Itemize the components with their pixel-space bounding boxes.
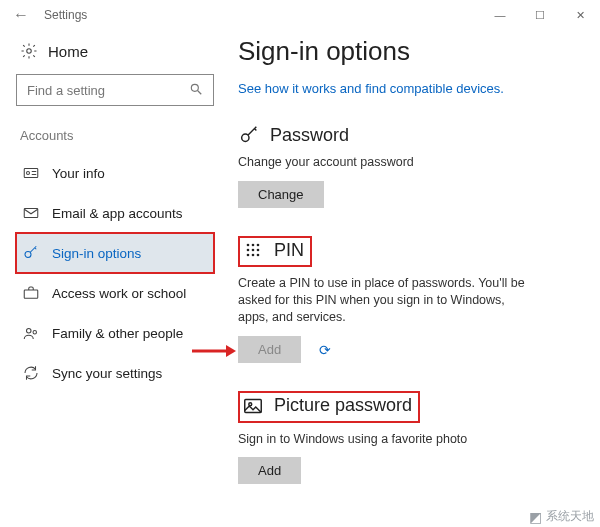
sidebar-item-label: Your info (52, 166, 105, 181)
sidebar-item-label: Email & app accounts (52, 206, 183, 221)
back-button[interactable]: ← (6, 6, 36, 24)
annotation-highlight-picture: Picture password (238, 391, 420, 423)
mail-icon (22, 204, 40, 222)
password-heading-text: Password (270, 125, 349, 146)
watermark-text: 系统天地 (546, 508, 594, 525)
search-placeholder: Find a setting (27, 83, 105, 98)
section-picture-password: Picture password Sign in to Windows usin… (238, 391, 580, 485)
picture-desc: Sign in to Windows using a favorite phot… (238, 431, 528, 448)
svg-point-18 (257, 249, 260, 252)
svg-point-15 (257, 244, 260, 247)
sidebar: Home Find a setting Accounts Your info E… (0, 30, 230, 527)
sidebar-home[interactable]: Home (20, 42, 214, 60)
watermark-logo-icon: ◩ (529, 509, 542, 525)
card-icon (22, 164, 40, 182)
sidebar-item-access-work-school[interactable]: Access work or school (16, 273, 214, 313)
loading-spinner-icon: ⟳ (319, 342, 331, 358)
picture-icon (242, 395, 264, 417)
minimize-button[interactable]: — (480, 0, 520, 30)
briefcase-icon (22, 284, 40, 302)
sidebar-item-your-info[interactable]: Your info (16, 153, 214, 193)
svg-point-21 (257, 254, 260, 257)
sync-icon (22, 364, 40, 382)
section-pin: PIN Create a PIN to use in place of pass… (238, 236, 580, 363)
svg-point-10 (27, 329, 32, 334)
page-title: Sign-in options (238, 36, 580, 67)
svg-point-17 (252, 249, 255, 252)
change-password-button[interactable]: Change (238, 181, 324, 208)
sidebar-item-label: Family & other people (52, 326, 183, 341)
title-bar: ← Settings — ☐ ✕ (0, 0, 600, 30)
sidebar-item-label: Sign-in options (52, 246, 141, 261)
svg-point-11 (33, 331, 36, 334)
svg-point-13 (247, 244, 250, 247)
sidebar-item-label: Sync your settings (52, 366, 162, 381)
sidebar-item-family-people[interactable]: Family & other people (16, 313, 214, 353)
svg-rect-9 (24, 290, 38, 298)
key-icon (238, 124, 260, 146)
sidebar-item-email-accounts[interactable]: Email & app accounts (16, 193, 214, 233)
section-password: Password Change your account password Ch… (238, 124, 580, 208)
password-heading: Password (238, 124, 580, 146)
sidebar-item-sync-settings[interactable]: Sync your settings (16, 353, 214, 393)
window-controls: — ☐ ✕ (480, 0, 600, 30)
sidebar-item-signin-options[interactable]: Sign-in options (16, 233, 214, 273)
pin-heading: PIN (242, 240, 304, 261)
search-icon (189, 82, 203, 99)
sidebar-nav: Your info Email & app accounts Sign-in o… (16, 153, 214, 393)
svg-point-19 (247, 254, 250, 257)
password-desc: Change your account password (238, 154, 528, 171)
main-content: Sign-in options See how it works and fin… (230, 30, 600, 527)
search-input[interactable]: Find a setting (16, 74, 214, 106)
close-button[interactable]: ✕ (560, 0, 600, 30)
svg-point-16 (247, 249, 250, 252)
svg-point-14 (252, 244, 255, 247)
pin-heading-text: PIN (274, 240, 304, 261)
key-icon (22, 244, 40, 262)
sidebar-home-label: Home (48, 43, 88, 60)
keypad-icon (242, 240, 264, 260)
compat-devices-link[interactable]: See how it works and find compatible dev… (238, 81, 580, 96)
svg-line-2 (198, 90, 202, 94)
maximize-button[interactable]: ☐ (520, 0, 560, 30)
add-picture-password-button[interactable]: Add (238, 457, 301, 484)
svg-point-20 (252, 254, 255, 257)
add-pin-button[interactable]: Add (238, 336, 301, 363)
annotation-highlight-pin: PIN (238, 236, 312, 267)
picture-heading-text: Picture password (274, 395, 412, 416)
picture-heading: Picture password (242, 395, 412, 417)
sidebar-section-label: Accounts (20, 128, 214, 143)
sidebar-item-label: Access work or school (52, 286, 186, 301)
svg-rect-7 (24, 209, 38, 218)
pin-desc: Create a PIN to use in place of password… (238, 275, 528, 326)
svg-point-1 (191, 84, 198, 91)
svg-point-8 (25, 252, 31, 258)
svg-point-0 (27, 49, 32, 54)
window-title: Settings (44, 8, 87, 22)
watermark: ◩ 系统天地 (529, 508, 594, 525)
people-icon (22, 324, 40, 342)
svg-point-4 (27, 172, 30, 175)
gear-icon (20, 42, 38, 60)
svg-point-12 (242, 134, 249, 141)
